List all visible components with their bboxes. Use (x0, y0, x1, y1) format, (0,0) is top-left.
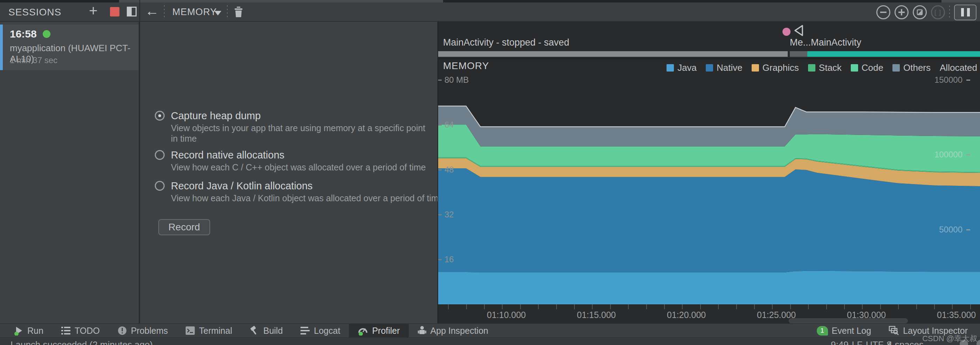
build-icon (250, 326, 259, 335)
zoom-out-icon[interactable] (876, 5, 890, 19)
y-axis-label: 16 (444, 254, 454, 264)
time-axis-tick (916, 304, 917, 309)
tool-window-button-build[interactable]: Build (241, 324, 292, 337)
allocated-axis-tick (966, 154, 970, 155)
editor-status-item[interactable]: 9:49 (831, 339, 849, 345)
chart-title: MEMORY (443, 60, 489, 72)
session-live-dot (43, 30, 51, 38)
legend-swatch (752, 64, 759, 72)
reset-zoom-icon[interactable] (913, 5, 927, 19)
tool-window-button-logcat[interactable]: Logcat (291, 324, 349, 337)
time-axis-tick (808, 304, 809, 309)
radio-option-desc: View objects in your app that are using … (171, 123, 425, 133)
time-axis-label: 01:35.000 (937, 310, 976, 320)
horizontal-scrollbar-thumb[interactable] (789, 318, 908, 323)
time-axis-tick (772, 304, 773, 309)
tool-window-button-problems[interactable]: Problems (108, 324, 177, 337)
stop-session-icon[interactable] (110, 7, 119, 16)
time-axis-tick (844, 304, 845, 309)
tool-window-button-run[interactable]: Run (5, 324, 52, 337)
time-axis-tick (718, 304, 719, 309)
radio-circle-icon[interactable] (155, 181, 165, 191)
time-axis-label: 01:15.000 (577, 310, 616, 320)
time-axis-tick (970, 304, 971, 309)
session-list-item[interactable]: 16:58 myapplication (HUAWEI PCT-AL10) 1 … (0, 24, 139, 70)
time-axis-label: 01:10.000 (487, 310, 526, 320)
radio-option-title: Record Java / Kotlin allocations (171, 180, 313, 192)
time-axis-tick (736, 304, 737, 309)
toolbar-dotted-divider (164, 5, 165, 19)
legend-swatch (851, 64, 858, 72)
legend-item-java: Java (667, 62, 697, 73)
legend-label: Others (903, 62, 931, 73)
time-axis-tick (592, 304, 593, 309)
area-series-java (438, 271, 980, 304)
toolbar-divider (139, 0, 140, 22)
todo-icon (61, 326, 71, 335)
legend-swatch (892, 64, 900, 72)
tool-window-button-todo[interactable]: TODO (52, 324, 108, 337)
time-axis-tick (520, 304, 521, 309)
tool-window-button-app-inspection[interactable]: App Inspection (409, 324, 497, 337)
zoom-in-icon[interactable] (894, 5, 908, 19)
editor-status-item[interactable]: 4 spaces (887, 339, 924, 345)
chart-zoom-controls: [ ] (876, 4, 977, 20)
chevron-down-icon[interactable] (214, 11, 221, 16)
back-arrow-icon[interactable]: ← (145, 3, 159, 19)
time-axis-tick (790, 304, 791, 309)
event-log-button[interactable]: 1 Event Log (808, 324, 880, 337)
app-inspection-icon (417, 326, 426, 335)
collapse-panel-icon[interactable] (127, 6, 137, 16)
radio-circle-icon[interactable] (155, 111, 165, 121)
top-strip-segment (119, 0, 443, 2)
top-strip-segment (942, 0, 980, 2)
editor-status-item[interactable]: LF (852, 339, 862, 345)
activity-lifecycle-bars (438, 51, 980, 57)
legend-item-stack: Stack (808, 62, 842, 73)
area-series-native (438, 168, 980, 272)
add-session-icon[interactable]: + (89, 2, 98, 19)
allocated-axis-label: 100000 (934, 150, 963, 160)
legend-swatch (667, 64, 674, 72)
time-axis-tick (646, 304, 647, 309)
tool-window-label: Run (27, 326, 43, 336)
status-message: Launch succeeded (2 minutes ago) (11, 339, 153, 345)
time-axis-tick (682, 304, 682, 309)
tool-window-button-profiler[interactable]: Profiler (349, 324, 408, 337)
tool-window-button-terminal[interactable]: Terminal (177, 324, 240, 337)
android-studio-profiler-window: SESSIONS + ← MEMORY [ ] 16:58 mya (0, 0, 980, 345)
activity-bar-running (807, 51, 980, 57)
pause-live-button[interactable] (954, 5, 977, 20)
memory-capture-options-panel: Capture heap dumpView objects in your ap… (140, 22, 438, 323)
legend-item-allocated: Allocated (940, 62, 977, 73)
tool-window-label: App Inspection (430, 326, 488, 336)
time-axis-tick (628, 304, 629, 309)
legend-label: Allocated (940, 62, 977, 73)
legend-label: Native (717, 62, 743, 73)
record-button[interactable]: Record (158, 219, 210, 235)
allocated-axis-label: 150000 (934, 75, 963, 85)
status-bar-clipped: Launch succeeded (2 minutes ago) 9:49LFU… (0, 337, 980, 345)
session-time: 16:58 (10, 28, 37, 40)
time-axis-tick (862, 304, 863, 309)
allocated-axis-tick (966, 229, 970, 230)
memory-dropdown[interactable]: MEMORY (172, 6, 217, 18)
allocated-axis-label: 50000 (939, 225, 963, 235)
radio-circle-icon[interactable] (155, 150, 165, 160)
time-axis-tick (484, 304, 485, 309)
legend-item-others: Others (892, 62, 931, 73)
zoom-to-selection-icon[interactable]: [ ] (931, 5, 945, 19)
time-axis-tick (700, 304, 701, 309)
radio-option-desc: View how each C / C++ object was allocat… (171, 163, 426, 172)
time-axis-tick (466, 304, 467, 309)
tool-window-label: Build (263, 326, 283, 336)
session-duration: 1 min 37 sec (10, 55, 57, 65)
radio-option-title: Record native allocations (171, 149, 285, 161)
trash-icon[interactable] (233, 6, 244, 18)
chart-legend: JavaNativeGraphicsStackCodeOthersAllocat… (667, 62, 977, 73)
time-axis-tick (556, 304, 557, 309)
toolbar-dotted-divider (949, 6, 950, 19)
memory-chart-svg[interactable] (438, 75, 980, 304)
window-top-strip (0, 0, 980, 2)
tool-window-label: Logcat (314, 326, 340, 336)
